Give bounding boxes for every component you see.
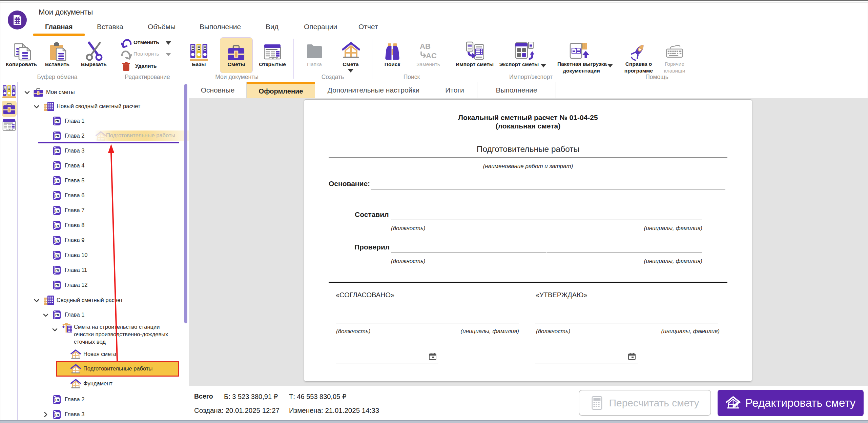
svg-text:гл: гл xyxy=(55,164,59,168)
svg-text:гл: гл xyxy=(55,283,59,287)
svg-text:гл: гл xyxy=(55,119,59,123)
svg-text:гл: гл xyxy=(55,239,59,242)
svg-text:гл: гл xyxy=(55,254,59,257)
svg-text:гл: гл xyxy=(55,398,59,402)
svg-text:гл: гл xyxy=(55,179,59,183)
svg-text:гл: гл xyxy=(55,413,59,417)
svg-text:гл: гл xyxy=(55,224,59,227)
svg-text:гл: гл xyxy=(55,194,59,198)
svg-text:гл: гл xyxy=(55,268,59,272)
svg-text:AC: AC xyxy=(426,52,437,60)
svg-text:гл: гл xyxy=(55,313,59,317)
svg-text:гл: гл xyxy=(55,134,59,138)
svg-text:гл: гл xyxy=(55,209,59,213)
svg-text:гл: гл xyxy=(55,149,59,153)
svg-text:AB: AB xyxy=(420,42,431,51)
